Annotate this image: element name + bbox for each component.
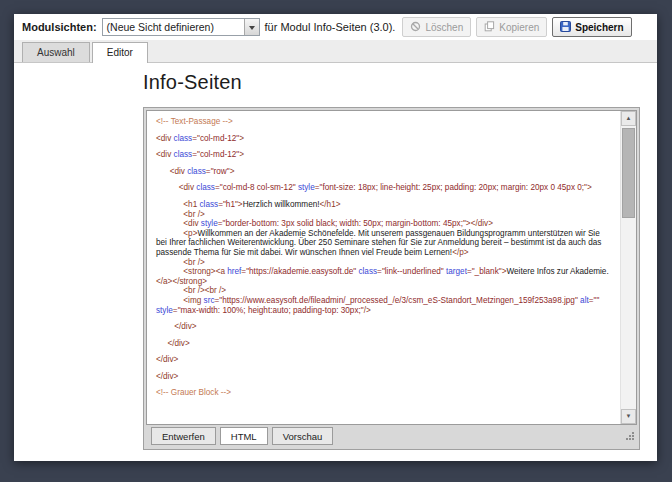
save-button-label: Speichern: [575, 22, 623, 33]
view-select[interactable]: (Neue Sicht definieren): [102, 18, 260, 36]
main-tabstrip: Auswahl Editor: [14, 40, 657, 63]
save-button[interactable]: Speichern: [552, 17, 631, 37]
code-line: [156, 365, 609, 372]
code-line: <br />: [156, 258, 609, 268]
code-line: <img src="https://www.easysoft.de/filead…: [156, 296, 609, 315]
code-line: <div style="border-bottom: 3px solid bla…: [156, 219, 609, 229]
code-content[interactable]: <!-- Text-Passage --><div class="col-md-…: [147, 111, 636, 398]
code-line: <div class="col-md-8 col-sm-12" style="f…: [156, 183, 609, 193]
code-line: <p>Willkommen an der Akademie Schönefeld…: [156, 229, 609, 258]
module-context-text: für Modul Info-Seiten (3.0).: [265, 21, 396, 33]
scrollbar-thumb[interactable]: [622, 128, 635, 218]
delete-button[interactable]: Löschen: [402, 17, 471, 37]
code-line: <!-- Text-Passage -->: [156, 117, 609, 127]
module-views-label: Modulsichten:: [22, 21, 97, 33]
arrow-down-icon[interactable]: ▼: [621, 409, 636, 424]
code-line: <br /><br />: [156, 286, 609, 296]
code-line: </div>: [156, 322, 609, 332]
code-line: <div class="col-md-12">: [156, 134, 609, 144]
main-panel: Modulsichten: (Neue Sicht definieren) fü…: [14, 14, 657, 461]
toolbar: Modulsichten: (Neue Sicht definieren) fü…: [14, 14, 657, 40]
delete-button-label: Löschen: [425, 22, 463, 33]
code-line: <!-- Grauer Block -->: [156, 388, 609, 398]
code-line: [156, 348, 609, 355]
code-line: [156, 193, 609, 200]
tab-html[interactable]: HTML: [220, 427, 268, 445]
tab-auswahl[interactable]: Auswahl: [22, 42, 90, 62]
copy-button[interactable]: Kopieren: [476, 17, 547, 37]
code-line: <strong><a href="https://akademie.easyso…: [156, 267, 609, 286]
arrow-up-icon[interactable]: ▲: [621, 111, 636, 126]
view-select-value: (Neue Sicht definieren): [107, 21, 214, 33]
prohibition-icon: [410, 21, 421, 34]
code-line: [156, 315, 609, 322]
vertical-scrollbar[interactable]: ▲ ▼: [620, 111, 636, 424]
copy-icon: [484, 21, 495, 34]
tab-vorschau[interactable]: Vorschau: [272, 427, 334, 445]
editor-mode-tabstrip: Entwerfen HTML Vorschau: [146, 425, 637, 447]
code-line: </div>: [156, 355, 609, 365]
chevron-down-icon[interactable]: [244, 19, 259, 35]
page-title: Info-Seiten: [143, 71, 657, 94]
code-line: [156, 332, 609, 339]
code-line: [156, 143, 609, 150]
resize-grip-icon[interactable]: [625, 427, 635, 445]
code-line: [156, 381, 609, 388]
code-line: [156, 176, 609, 183]
desktop-background: { "colors": { "page_background": "#3a415…: [0, 0, 672, 482]
tab-entwerfen[interactable]: Entwerfen: [151, 427, 216, 445]
code-line: <br />: [156, 210, 609, 220]
code-line: </div>: [156, 372, 609, 382]
code-line: <div class="col-md-12">: [156, 150, 609, 160]
copy-button-label: Kopieren: [499, 22, 539, 33]
code-line: [156, 127, 609, 134]
code-line: </div>: [156, 339, 609, 349]
floppy-disk-icon: [560, 21, 571, 34]
html-editor-widget: <!-- Text-Passage --><div class="col-md-…: [143, 107, 640, 450]
editor-tab-content: Info-Seiten <!-- Text-Passage --><div cl…: [14, 63, 657, 450]
tab-editor[interactable]: Editor: [92, 42, 148, 63]
code-line: [156, 160, 609, 167]
code-editor-area[interactable]: <!-- Text-Passage --><div class="col-md-…: [146, 110, 637, 425]
code-line: <div class="row">: [156, 167, 609, 177]
code-line: <h1 class="h1">Herzlich willkommen!</h1>: [156, 200, 609, 210]
